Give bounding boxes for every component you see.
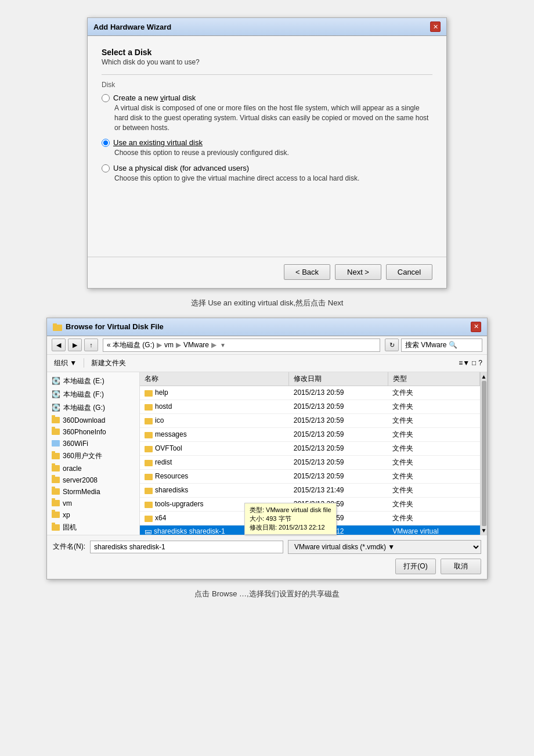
back-button[interactable]: < Back [284,264,330,280]
sidebar-item-360download[interactable]: 360Download [47,415,139,426]
file-type-cell: 文件夹 [388,386,479,399]
wizard-title: Add Hardware Wizard [93,23,171,31]
file-cancel-button[interactable]: 取消 [441,559,481,574]
file-name-cell: OVFTool [140,441,289,455]
file-dialog-title: Browse for Virtual Disk File [66,322,164,331]
radio-label-existing-disk[interactable]: Use an existing virtual disk [102,138,432,147]
filetype-select[interactable]: VMware virtual disks (*.vmdk) ▼ [288,540,481,554]
folder-icon [145,404,153,411]
sidebar-item-server2008[interactable]: server2008 [47,474,139,486]
sidebar-label-driveF: 本地磁盘 (F:) [63,390,104,399]
address-dropdown-icon[interactable]: ▼ [220,342,226,348]
folder-icon-server2008 [52,477,60,483]
view-help-button[interactable]: ? [478,359,482,367]
sidebar-item-360wifi[interactable]: 360WiFi [47,438,139,449]
sidebar-item-driveE[interactable]: 💽 本地磁盘 (E:) [47,375,139,388]
wizard-titlebar: Add Hardware Wizard ✕ [88,18,446,36]
folder-icon-360phoneinfo [52,429,60,435]
folder-icon-360download [52,417,60,423]
sidebar-item-jiji[interactable]: 固机 [47,521,139,534]
folder-icon [145,418,153,424]
sidebar-item-vm[interactable]: vm [47,498,139,509]
table-row[interactable]: help2015/2/13 20:59文件夹 [140,386,480,399]
table-row[interactable]: sharedisks2015/2/13 21:49文件夹 [140,483,480,497]
sidebar-item-xp[interactable]: xp [47,509,139,521]
organize-button[interactable]: 组织 ▼ [52,357,79,369]
sidebar-label-xp: xp [63,511,70,519]
cancel-button[interactable]: Cancel [386,264,432,280]
sidebar-item-360user[interactable]: 360用户文件 [47,449,139,463]
sidebar-item-360phoneinfo[interactable]: 360PhoneInfo [47,426,139,438]
filename-input[interactable] [90,541,283,553]
table-row[interactable]: ico2015/2/13 20:59文件夹 [140,413,480,427]
sidebar-panel: 💽 本地磁盘 (E:) 💽 本地磁盘 (F:) 💽 本地磁盘 (G:) 360D… [47,372,140,535]
nav-back-button[interactable]: ◀ [52,339,66,351]
file-type-cell: 文件夹 [388,413,479,427]
table-row[interactable]: hostd2015/2/13 20:59文件夹 [140,399,480,413]
disk-group-label: Disk [102,81,432,89]
vmdk-icon: 🖴 [145,527,151,535]
folder-icon-oracle [52,465,60,471]
file-date-cell: 2015/2/13 20:59 [289,455,388,469]
radio-label-physical-disk[interactable]: Use a physical disk (for advanced users) [102,164,432,172]
search-box[interactable]: 搜索 VMware 🔍 [401,339,482,352]
col-header-name[interactable]: 名称 [140,372,289,386]
folder-icon [145,460,153,466]
address-part2: vm [164,341,174,349]
table-row[interactable]: Resources2015/2/13 20:59文件夹 [140,469,480,483]
file-type-cell: VMware virtual [388,525,479,535]
address-sep2: ▶ [176,341,181,349]
search-icon[interactable]: 🔍 [449,341,457,349]
radio-physical-disk[interactable] [102,164,110,172]
radio-new-disk[interactable] [102,94,110,102]
sidebar-item-driveF[interactable]: 💽 本地磁盘 (F:) [47,388,139,401]
view-detail-button[interactable]: □ [472,359,476,367]
folder-icon-xp [52,512,60,518]
sidebar-label-360phoneinfo: 360PhoneInfo [63,428,106,436]
view-list-button[interactable]: ≡▼ [459,359,470,367]
radio-label-new-disk[interactable]: Create a new virtual disk [102,93,432,102]
wizard-section-title: Select a Disk [102,48,432,57]
next-button[interactable]: Next > [335,264,381,280]
file-type-cell: 文件夹 [388,511,479,525]
folder-titlebar-icon [53,322,62,332]
table-row[interactable]: messages2015/2/13 20:59文件夹 [140,427,480,441]
folder-icon [145,474,153,480]
table-row[interactable]: OVFTool2015/2/13 20:59文件夹 [140,441,480,455]
file-date-cell: 2015/2/13 20:59 [289,427,388,441]
drive-g-icon: 💽 [52,404,60,412]
tooltip-date: 修改日期: 2015/2/13 22:12 [250,523,331,532]
file-type-cell: 文件夹 [388,469,479,483]
radio-existing-disk-label: Use an existing virtual disk [113,138,203,147]
sidebar-label-oracle: oracle [63,465,82,473]
file-bottom: 文件名(N): VMware virtual disks (*.vmdk) ▼ … [47,535,487,579]
folder-icon [145,502,153,508]
table-row[interactable]: redist2015/2/13 20:59文件夹 [140,455,480,469]
nav-up-button[interactable]: ↑ [84,339,98,351]
col-header-type[interactable]: 类型 [388,372,479,386]
radio-physical-disk-desc: Choose this option to give the virtual m… [114,174,432,183]
drive-f-icon: 💽 [52,390,60,398]
filename-label: 文件名(N): [53,542,85,552]
file-type-cell: 文件夹 [388,455,479,469]
sidebar-label-360user: 360用户文件 [63,451,102,461]
file-dialog-close-button[interactable]: ✕ [471,322,481,332]
radio-existing-disk[interactable] [102,139,110,147]
file-date-cell: 2015/2/13 20:59 [289,441,388,455]
sidebar-item-stormmedia[interactable]: StormMedia [47,486,139,498]
col-header-date[interactable]: 修改日期 [289,372,388,386]
dialog-buttons: 打开(O) 取消 [53,559,481,574]
sidebar-item-driveG[interactable]: 💽 本地磁盘 (G:) [47,401,139,415]
wizard-close-button[interactable]: ✕ [430,21,441,32]
new-folder-button[interactable]: 新建文件夹 [89,357,128,369]
file-type-cell: 文件夹 [388,483,479,497]
nav-forward-button[interactable]: ▶ [68,339,82,351]
file-type-cell: 文件夹 [388,427,479,441]
refresh-button[interactable]: ↻ [385,339,399,351]
folder-icon [145,516,153,522]
wizard-section-sub: Which disk do you want to use? [102,58,432,66]
address-bar[interactable]: « 本地磁盘 (G:) ▶ vm ▶ VMware ▶ ▼ [103,339,380,352]
open-button[interactable]: 打开(O) [395,559,436,574]
scrollbar[interactable]: ▲ ▼ [480,372,487,535]
sidebar-item-oracle[interactable]: oracle [47,463,139,474]
